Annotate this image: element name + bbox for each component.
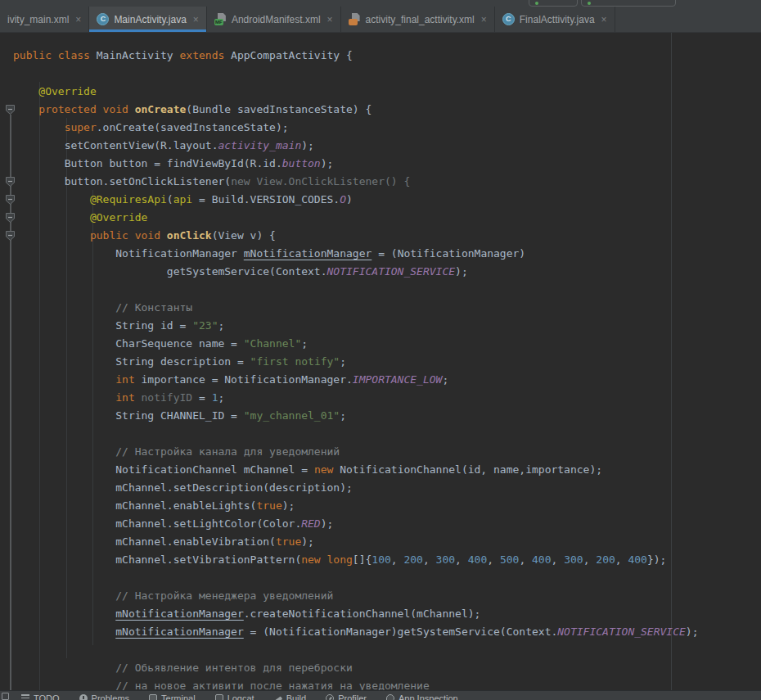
code-line-31: // Настройка менеджера уведомлений bbox=[13, 587, 761, 605]
code-line-32: mNotificationManager.createNotificationC… bbox=[13, 605, 761, 623]
device-online-icon bbox=[588, 2, 591, 5]
code-line-11: public void onClick(View v) { bbox=[13, 227, 761, 245]
terminal-icon bbox=[149, 694, 157, 700]
close-icon[interactable]: × bbox=[193, 15, 199, 25]
tool-button-profiler[interactable]: Profiler bbox=[326, 693, 367, 700]
tool-button-terminal[interactable]: Terminal bbox=[149, 693, 196, 700]
code-line-13: getSystemService(Context.NOTIFICATION_SE… bbox=[13, 263, 761, 281]
java-class-icon: C bbox=[97, 13, 109, 25]
code-line-25: mChannel.setDescription(description); bbox=[13, 479, 761, 497]
profiler-icon bbox=[326, 694, 334, 700]
close-icon[interactable]: × bbox=[481, 15, 487, 25]
run-icon bbox=[535, 2, 538, 5]
tab-bar: ivity_main.xml×CMainActivity.java×MFAndr… bbox=[0, 7, 761, 33]
code-line-8: button.setOnClickListener(new View.OnCli… bbox=[13, 173, 761, 191]
tool-button-label: Build bbox=[286, 693, 306, 700]
code-line-9: @RequiresApi(api = Build.VERSION_CODES.O… bbox=[13, 191, 761, 209]
tool-button-label: Terminal bbox=[161, 693, 196, 700]
code-line-18: String description = "first notify"; bbox=[13, 353, 761, 371]
code-line-30 bbox=[13, 569, 761, 587]
code-line-29: mChannel.setVibrationPattern(new long[]{… bbox=[13, 551, 761, 569]
logcat-icon bbox=[215, 694, 223, 700]
todo-icon bbox=[21, 694, 29, 700]
code-line-24: NotificationChannel mChannel = new Notif… bbox=[13, 461, 761, 479]
code-line-7: Button button = findViewById(R.id.button… bbox=[13, 155, 761, 173]
layout-badge bbox=[349, 19, 358, 25]
tool-button-label: Profiler bbox=[338, 693, 367, 700]
tab-label: FinalActtivity.java bbox=[520, 14, 595, 25]
code-line-36: // на новое активити после нажатия на ув… bbox=[13, 677, 761, 690]
code-line-16: String id = "23"; bbox=[13, 317, 761, 335]
tab-activity-final-acttivity-xml[interactable]: activity_final_acttivity.xml× bbox=[341, 7, 495, 32]
code-line-26: mChannel.enableLights(true); bbox=[13, 497, 761, 515]
tab-label: ivity_main.xml bbox=[7, 14, 69, 25]
layout-xml-file-icon bbox=[349, 13, 361, 25]
code-line-23: // Настройка канала для уведомлений bbox=[13, 443, 761, 461]
code-line-1: public class MainActivity extends AppCom… bbox=[13, 47, 761, 65]
code-line-17: CharSequence name = "Channel"; bbox=[13, 335, 761, 353]
tab-label: AndroidManifest.xml bbox=[232, 14, 321, 25]
code-line-6: setContentView(R.layout.activity_main); bbox=[13, 137, 761, 155]
active-tab-underline bbox=[89, 29, 206, 32]
java-class-icon: C bbox=[502, 13, 515, 25]
tool-button-logcat[interactable]: Logcat bbox=[215, 693, 254, 700]
tool-button-build[interactable]: Build bbox=[274, 693, 306, 700]
tab-ivity-main-xml[interactable]: ivity_main.xml× bbox=[0, 7, 89, 32]
code-line-5: super.onCreate(savedInstanceState); bbox=[13, 119, 761, 137]
code-line-21: String CHANNEL_ID = "my_channel_01"; bbox=[13, 407, 761, 425]
code-line-34 bbox=[13, 641, 761, 659]
editor[interactable]: public class MainActivity extends AppCom… bbox=[0, 33, 761, 690]
code-line-3: @Override bbox=[13, 83, 761, 101]
tool-button-label: App Inspection bbox=[399, 693, 458, 700]
manifest-badge: MF bbox=[214, 19, 223, 25]
tab-finalacttivity-java[interactable]: CFinalActtivity.java× bbox=[495, 7, 615, 32]
tab-label: MainActivity.java bbox=[114, 14, 186, 25]
tool-button-app-inspection[interactable]: App Inspection bbox=[386, 693, 458, 700]
code-line-2 bbox=[13, 65, 761, 83]
window-corner-icon[interactable] bbox=[2, 693, 9, 700]
code-line-28: mChannel.enableVibration(true); bbox=[13, 533, 761, 551]
close-icon[interactable]: × bbox=[75, 15, 81, 25]
code-line-15: // Константы bbox=[13, 299, 761, 317]
code-line-35: // Обьявление интентов для переброски bbox=[13, 659, 761, 677]
build-icon bbox=[273, 696, 281, 700]
android-studio-window: { "tab_bar": { "tabs": [ {"label": "ivit… bbox=[0, 0, 761, 700]
code-line-4: protected void onCreate(Bundle savedInst… bbox=[13, 101, 761, 119]
tool-button-problems[interactable]: Problems bbox=[79, 693, 129, 700]
code-line-19: int importance = NotificationManager.IMP… bbox=[13, 371, 761, 389]
tab-mainactivity-java[interactable]: CMainActivity.java× bbox=[89, 7, 207, 32]
code-line-27: mChannel.setLightColor(Color.RED); bbox=[13, 515, 761, 533]
tab-label: activity_final_acttivity.xml bbox=[366, 14, 475, 25]
code-line-20: int notifyID = 1; bbox=[13, 389, 761, 407]
tool-window-bar: TODOProblemsTerminalLogcatBuildProfilerA… bbox=[0, 690, 761, 700]
code-line-14 bbox=[13, 281, 761, 299]
tool-button-label: TODO bbox=[34, 693, 60, 700]
close-icon[interactable]: × bbox=[327, 15, 333, 25]
problems-icon bbox=[79, 694, 88, 700]
manifest-file-icon: MF bbox=[214, 13, 227, 25]
code-line-33: mNotificationManager = (NotificationMana… bbox=[13, 623, 761, 641]
close-icon[interactable]: × bbox=[601, 15, 607, 25]
code-line-10: @Override bbox=[13, 209, 761, 227]
app-inspection-icon bbox=[386, 694, 394, 700]
code-area[interactable]: public class MainActivity extends AppCom… bbox=[13, 47, 761, 690]
code-line-22 bbox=[13, 425, 761, 443]
tool-button-todo[interactable]: TODO bbox=[21, 693, 60, 700]
tool-button-label: Logcat bbox=[227, 693, 254, 700]
tab-androidmanifest-xml[interactable]: MFAndroidManifest.xml× bbox=[207, 7, 341, 32]
device-selector-button-fragment[interactable] bbox=[581, 0, 676, 7]
tool-button-label: Problems bbox=[92, 693, 129, 700]
code-line-12: NotificationManager mNotificationManager… bbox=[13, 245, 761, 263]
